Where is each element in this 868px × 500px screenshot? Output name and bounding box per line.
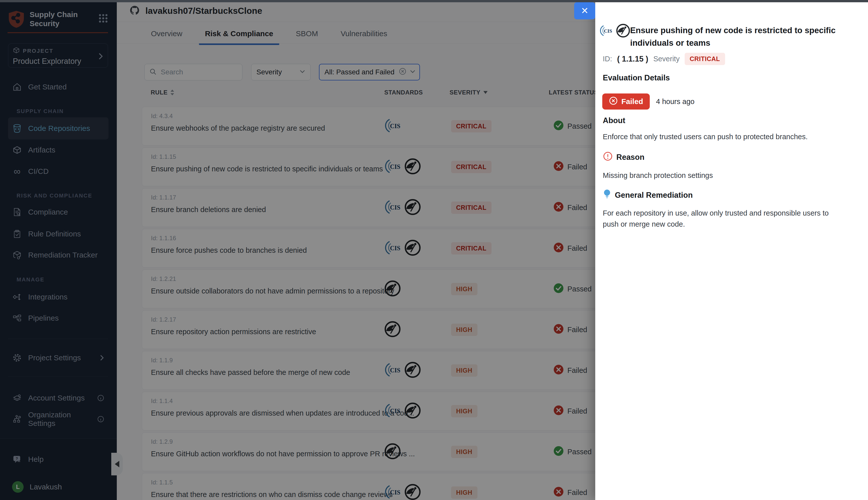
svg-text:CIS: CIS bbox=[604, 29, 612, 34]
failed-circle-icon bbox=[609, 96, 618, 107]
about-text: Enforce that only trusted users can push… bbox=[603, 131, 844, 142]
top-window-strip bbox=[0, 0, 868, 2]
id-value: ( 1.1.15 ) bbox=[617, 55, 648, 64]
general-remediation-heading: General Remediation bbox=[603, 189, 693, 202]
reason-text: Missing branch protection settings bbox=[603, 170, 844, 181]
about-heading: About bbox=[603, 116, 625, 125]
status-badge-failed: Failed bbox=[602, 93, 650, 110]
close-drawer-button[interactable]: ✕ bbox=[574, 2, 595, 19]
rule-detail-drawer: CIS Ensure pushing of new code is restri… bbox=[595, 0, 868, 500]
cis-badge: CIS bbox=[599, 24, 612, 38]
severity-badge: CRITICAL bbox=[685, 53, 725, 65]
close-icon: ✕ bbox=[581, 5, 589, 16]
alert-icon bbox=[603, 151, 613, 163]
lightbulb-icon bbox=[603, 189, 611, 202]
id-label: ID: bbox=[603, 55, 612, 63]
drawer-title: Ensure pushing of new code is restricted… bbox=[630, 24, 868, 49]
remediation-text: For each repository in use, allow only t… bbox=[603, 207, 844, 230]
evaluation-timestamp: 4 hours ago bbox=[656, 93, 694, 110]
severity-label: Severity bbox=[653, 55, 680, 63]
owasp-badge bbox=[616, 23, 630, 39]
evaluation-details-heading: Evaluation Details bbox=[603, 73, 670, 82]
reason-heading: Reason bbox=[603, 151, 645, 163]
